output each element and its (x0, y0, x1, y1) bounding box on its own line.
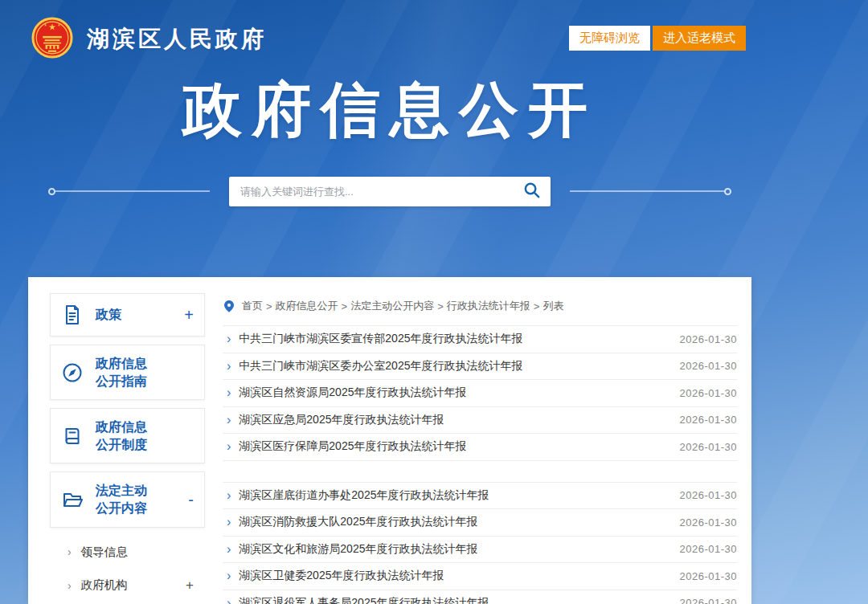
sidebar-item-statutory-disclosure[interactable]: 法定主动公开内容 - (50, 471, 205, 527)
list-item-date: 2026-01-30 (680, 441, 738, 453)
list-item-title: 湖滨区文化和旅游局2025年度行政执法统计年报 (239, 542, 665, 557)
chevron-right-icon: › (227, 333, 231, 345)
list-item-title: 湖滨区医疗保障局2025年度行政执法统计年报 (239, 439, 665, 454)
list-item-title: 湖滨区卫健委2025年度行政执法统计年报 (239, 569, 665, 583)
list-item-title: 湖滨区消防救援大队2025年度行政执法统计年报 (239, 515, 665, 529)
list-item-date: 2026-01-30 (680, 387, 738, 399)
list-item-date: 2026-01-30 (680, 570, 738, 582)
expand-toggle[interactable]: + (184, 307, 194, 323)
deco-dot-left (48, 188, 55, 195)
list-item[interactable]: › 湖滨区文化和旅游局2025年度行政执法统计年报 2026-01-30 (223, 537, 737, 564)
sidebar-item-label: 政府信息公开制度 (96, 418, 155, 453)
decorative-line-left (48, 188, 210, 195)
search-row (28, 177, 751, 206)
announcement-list-group-2: › 湖滨区崖底街道办事处2025年度行政执法统计年报 2026-01-30 › … (223, 482, 737, 604)
sidebar-item-disclosure-system[interactable]: 政府信息公开制度 (50, 408, 205, 463)
list-item-title: 湖滨区应急局2025年度行政执法统计年报 (239, 413, 665, 427)
elder-mode-button[interactable]: 进入适老模式 (653, 26, 746, 51)
list-item-title: 湖滨区自然资源局2025年度行政执法统计年报 (239, 386, 665, 400)
open-folder-icon (61, 488, 85, 511)
list-item[interactable]: › 湖滨区消防救援大队2025年度行政执法统计年报 2026-01-30 (223, 509, 737, 537)
site-brand[interactable]: 湖滨区人民政府 (31, 16, 267, 63)
page-title: 政府信息公开 (28, 79, 751, 141)
breadcrumb-list: 列表 (542, 299, 563, 313)
chevron-right-icon: › (227, 569, 231, 582)
breadcrumb: 首页 > 政府信息公开 > 法定主动公开内容 > 行政执法统计年报 > 列表 (223, 293, 737, 316)
chevron-right-icon: › (227, 440, 231, 453)
location-pin-icon (224, 300, 234, 312)
list-item[interactable]: › 湖滨区崖底街道办事处2025年度行政执法统计年报 2026-01-30 (223, 483, 737, 510)
subnav-item-label: 政府机构 (81, 577, 128, 593)
list-item-date: 2026-01-30 (680, 489, 738, 501)
compass-icon (61, 361, 85, 384)
deco-dot-right (724, 188, 731, 195)
list-item-date: 2026-01-30 (680, 597, 738, 604)
page-background: 湖滨区人民政府 无障碍浏览 进入适老模式 政府信息公开 (0, 0, 868, 604)
breadcrumb-annual-report[interactable]: 行政执法统计年报 (447, 299, 530, 313)
chevron-right-icon: › (227, 360, 231, 373)
subnav-item-label: 领导信息 (81, 545, 128, 560)
collapse-toggle[interactable]: - (188, 492, 194, 508)
subnav-item-government-agencies[interactable]: › 政府机构 + (50, 569, 205, 602)
subnav-item-leadership-info[interactable]: › 领导信息 (50, 536, 205, 569)
header-buttons: 无障碍浏览 进入适老模式 (569, 26, 746, 51)
sidebar: 政策 + 政府信息公开指南 (50, 293, 205, 604)
sidebar-item-policy[interactable]: 政策 + (50, 293, 205, 337)
chevron-right-icon: › (227, 516, 231, 528)
list-item[interactable]: › 湖滨区自然资源局2025年度行政执法统计年报 2026-01-30 (223, 380, 737, 407)
sidebar-item-label: 政策 (96, 306, 155, 324)
expand-toggle[interactable]: + (186, 577, 199, 594)
site-title: 湖滨区人民政府 (87, 24, 267, 55)
breadcrumb-gov-info-disclosure[interactable]: 政府信息公开 (276, 299, 338, 313)
chevron-right-icon: › (227, 543, 231, 556)
national-emblem-icon (31, 16, 74, 63)
decorative-line-right (570, 188, 731, 195)
header: 湖滨区人民政府 无障碍浏览 进入适老模式 (0, 0, 868, 72)
list-item-date: 2026-01-30 (680, 333, 738, 345)
list-item-title: 湖滨区崖底街道办事处2025年度行政执法统计年报 (239, 488, 665, 503)
chevron-right-icon: › (68, 580, 72, 591)
sidebar-item-disclosure-guide[interactable]: 政府信息公开指南 (50, 345, 205, 400)
search-icon (522, 181, 541, 202)
list-item-title: 中共三门峡市湖滨区委宣传部2025年度行政执法统计年报 (239, 332, 665, 346)
search-box (229, 177, 551, 206)
list-item-date: 2026-01-30 (680, 414, 738, 426)
accessibility-browse-button[interactable]: 无障碍浏览 (569, 26, 650, 51)
search-input[interactable] (240, 186, 519, 198)
list-item-date: 2026-01-30 (680, 543, 738, 555)
chevron-right-icon: › (227, 414, 231, 426)
list-item[interactable]: › 中共三门峡市湖滨区委宣传部2025年度行政执法统计年报 2026-01-30 (223, 326, 737, 353)
list-item[interactable]: › 湖滨区医疗保障局2025年度行政执法统计年报 2026-01-30 (223, 434, 737, 461)
sidebar-subnav: › 领导信息 › 政府机构 + › 政府工作报告 (50, 536, 205, 604)
hero: 政府信息公开 (28, 79, 751, 206)
list-item[interactable]: › 湖滨区退役军人事务局2025年度行政执法统计年报 2026-01-30 (223, 590, 737, 604)
sidebar-item-label: 法定主动公开内容 (96, 482, 155, 516)
announcement-list-group-1: › 中共三门峡市湖滨区委宣传部2025年度行政执法统计年报 2026-01-30… (223, 325, 737, 461)
content-area: 首页 > 政府信息公开 > 法定主动公开内容 > 行政执法统计年报 > 列表 ›… (223, 293, 737, 604)
sidebar-item-label: 政府信息公开指南 (96, 355, 155, 390)
breadcrumb-home[interactable]: 首页 (242, 299, 263, 313)
main-card: 政策 + 政府信息公开指南 (28, 277, 751, 604)
document-icon (61, 304, 85, 326)
search-button[interactable] (519, 178, 544, 205)
breadcrumb-statutory-disclosure[interactable]: 法定主动公开内容 (350, 299, 434, 313)
book-icon (61, 425, 85, 447)
list-item-date: 2026-01-30 (680, 516, 738, 528)
list-item[interactable]: › 湖滨区应急局2025年度行政执法统计年报 2026-01-30 (223, 407, 737, 435)
list-item[interactable]: › 湖滨区卫健委2025年度行政执法统计年报 2026-01-30 (223, 563, 737, 590)
chevron-right-icon: › (227, 386, 231, 399)
chevron-right-icon: › (68, 546, 72, 557)
list-item[interactable]: › 中共三门峡市湖滨区委办公室2025年度行政执法统计年报 2026-01-30 (223, 353, 737, 381)
list-item-title: 中共三门峡市湖滨区委办公室2025年度行政执法统计年报 (239, 359, 665, 373)
list-item-date: 2026-01-30 (680, 360, 738, 372)
chevron-right-icon: › (227, 489, 231, 502)
list-item-title: 湖滨区退役军人事务局2025年度行政执法统计年报 (239, 596, 665, 604)
chevron-right-icon: › (227, 597, 231, 604)
